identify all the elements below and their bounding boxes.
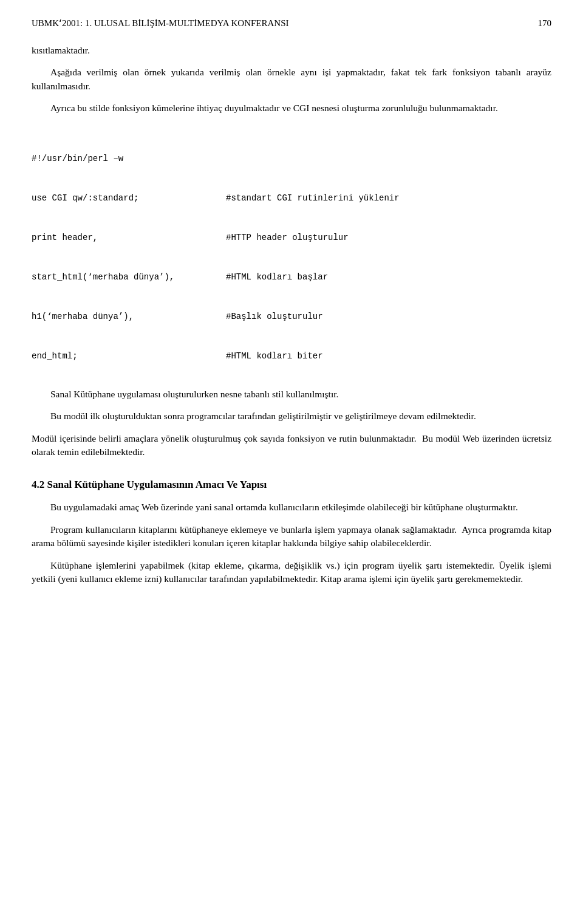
- code-line-6: end_html; #HTML kodları biter: [32, 350, 551, 363]
- code-line-4: start_html(‘merhaba dünya’), #HTML kodla…: [32, 271, 551, 284]
- code-line-3: print header, #HTTP header oluşturulur: [32, 231, 551, 245]
- code-left-4: start_html(‘merhaba dünya’),: [32, 271, 226, 284]
- code-right-4: #HTML kodları başlar: [226, 271, 328, 284]
- code-left-5: h1(‘merhaba dünya’),: [32, 310, 226, 324]
- paragraph-9: Program kullanıcıların kitaplarını kütüp…: [32, 523, 551, 550]
- code-line-1: #!/usr/bin/perl –w: [32, 152, 551, 166]
- paragraph-5: Bu modül ilk oluşturulduktan sonra progr…: [32, 409, 551, 423]
- paragraph-3: Ayrıca bu stilde fonksiyon kümelerine ih…: [32, 101, 551, 115]
- code-line-2: use CGI qw/:standard; #standart CGI ruti…: [32, 192, 551, 205]
- conference-title: UBMKʻ2001: 1. ULUSAL BİLİŞİM-MULTİMEDYA …: [32, 17, 289, 30]
- code-right-2: #standart CGI rutinlerini yüklenir: [226, 192, 400, 205]
- code-left-6: end_html;: [32, 350, 226, 363]
- section-heading-4-2: 4.2 Sanal Kütüphane Uygulamasının Amacı …: [32, 477, 551, 493]
- paragraph-1: kısıtlamaktadır.: [32, 44, 551, 57]
- paragraph-8: Bu uygulamadaki amaç Web üzerinde yani s…: [32, 501, 551, 514]
- paragraph-4: Sanal Kütüphane uygulaması oluşturulurke…: [32, 388, 551, 401]
- code-left-3: print header,: [32, 231, 226, 245]
- code-block: #!/usr/bin/perl –w use CGI qw/:standard;…: [32, 126, 551, 377]
- paragraph-6-text: Modül içerisinde belirli amaçlara yöneli…: [32, 433, 417, 443]
- page-number: 170: [538, 17, 552, 30]
- paragraph-6: Modül içerisinde belirli amaçlara yöneli…: [32, 432, 551, 459]
- page-header: UBMKʻ2001: 1. ULUSAL BİLİŞİM-MULTİMEDYA …: [32, 17, 551, 30]
- code-left-2: use CGI qw/:standard;: [32, 192, 226, 205]
- code-right-6: #HTML kodları biter: [226, 350, 323, 363]
- code-left-1: #!/usr/bin/perl –w: [32, 152, 226, 166]
- code-line-5: h1(‘merhaba dünya’), #Başlık oluşturulur: [32, 310, 551, 324]
- paragraph-2: Aşağıda verilmiş olan örnek yukarıda ver…: [32, 66, 551, 93]
- code-right-5: #Başlık oluşturulur: [226, 310, 323, 324]
- paragraph-11: Kütüphane işlemlerini yapabilmek (kitap …: [32, 559, 551, 586]
- paragraph-9-text: Program kullanıcıların kitaplarını kütüp…: [50, 524, 457, 535]
- code-right-3: #HTTP header oluşturulur: [226, 231, 349, 245]
